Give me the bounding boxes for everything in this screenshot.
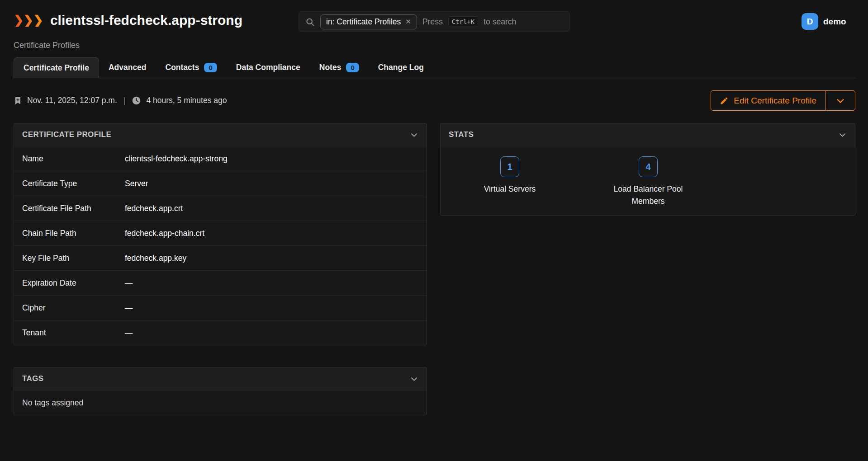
tab-label: Notes xyxy=(319,63,342,72)
certificate-profile-panel: CERTIFICATE PROFILE Name clientssl-fedch… xyxy=(14,123,427,345)
panel-title: STATS xyxy=(449,130,474,139)
tab-label: Contacts xyxy=(166,63,199,72)
search-filter-chip[interactable]: in: Certificate Profiles ✕ xyxy=(320,14,417,29)
ctrl-k-shortcut: Ctrl+K xyxy=(448,16,479,27)
collapse-toggle[interactable] xyxy=(410,375,418,383)
field-row-tenant: Tenant — xyxy=(14,320,427,345)
tab-label: Data Compliance xyxy=(236,63,300,72)
field-label: Certificate Type xyxy=(22,179,125,188)
field-value: fedcheck.app-chain.crt xyxy=(125,229,204,238)
field-label: Certificate File Path xyxy=(22,204,125,213)
user-menu[interactable]: D demo xyxy=(802,13,846,30)
tab-advanced[interactable]: Advanced xyxy=(99,57,156,78)
tab-data-compliance[interactable]: Data Compliance xyxy=(227,57,310,78)
collapse-toggle[interactable] xyxy=(410,131,418,139)
field-value: — xyxy=(125,278,133,288)
field-label: Name xyxy=(22,154,125,164)
last-updated-text: 4 hours, 5 minutes ago xyxy=(146,96,227,105)
virtual-servers-count[interactable]: 1 xyxy=(500,156,519,177)
page-title: clientssl-fedcheck.app-strong xyxy=(50,13,242,28)
field-value: — xyxy=(125,328,133,338)
field-row-certificate-type: Certificate Type Server xyxy=(14,171,427,196)
app-logo-icon[interactable]: ❯❯❯ xyxy=(14,14,43,27)
timestamps: Nov. 11, 2025, 12:07 p.m. | 4 hours, 5 m… xyxy=(14,95,227,106)
search-hint-press: Press xyxy=(422,17,443,27)
app-header: ❯❯❯ clientssl-fedcheck.app-strong xyxy=(14,13,242,28)
avatar[interactable]: D xyxy=(802,13,818,30)
edit-dropdown-toggle[interactable] xyxy=(825,90,855,111)
stat-load-balancer-pool-members: 4 Load Balancer Pool Members xyxy=(579,156,717,207)
edit-button-label: Edit Certificate Profile xyxy=(734,96,816,106)
field-label: Chain File Path xyxy=(22,229,125,238)
edit-certificate-profile-button[interactable]: Edit Certificate Profile xyxy=(711,90,825,111)
search-hint-suffix: to search xyxy=(484,17,516,27)
field-label: Cipher xyxy=(22,303,125,313)
clock-icon xyxy=(132,96,141,105)
chevron-down-icon xyxy=(410,131,418,139)
field-row-certificate-file-path: Certificate File Path fedcheck.app.crt xyxy=(14,196,427,221)
tags-empty-state: No tags assigned xyxy=(14,390,427,415)
field-row-name: Name clientssl-fedcheck.app-strong xyxy=(14,146,427,171)
load-balancer-pool-members-count[interactable]: 4 xyxy=(639,156,658,177)
field-label: Tenant xyxy=(22,328,125,338)
contacts-count-badge: 0 xyxy=(204,63,217,72)
chevron-down-icon xyxy=(835,96,845,106)
field-row-cipher: Cipher — xyxy=(14,295,427,320)
tab-certificate-profile[interactable]: Certificate Profile xyxy=(14,57,99,78)
chip-remove-icon[interactable]: ✕ xyxy=(405,18,411,26)
collapse-toggle[interactable] xyxy=(838,131,847,139)
tags-panel-header: TAGS xyxy=(14,367,427,390)
tags-panel: TAGS No tags assigned xyxy=(14,367,427,415)
search-icon xyxy=(305,17,315,27)
notes-count-badge: 0 xyxy=(346,63,359,72)
search-filter-label: in: Certificate Profiles xyxy=(326,17,401,27)
field-value: — xyxy=(125,303,133,313)
stat-virtual-servers: 1 Virtual Servers xyxy=(441,156,579,207)
field-label: Expiration Date xyxy=(22,278,125,288)
panel-title: CERTIFICATE PROFILE xyxy=(22,130,111,139)
stat-label: Virtual Servers xyxy=(484,183,536,195)
edit-button-group: Edit Certificate Profile xyxy=(711,90,855,111)
chevron-down-icon xyxy=(410,375,418,383)
stat-label: Load Balancer Pool Members xyxy=(602,183,695,207)
field-row-expiration-date: Expiration Date — xyxy=(14,270,427,295)
field-row-key-file-path: Key File Path fedcheck.app.key xyxy=(14,245,427,270)
field-value: fedcheck.app.crt xyxy=(125,204,183,213)
tab-label: Certificate Profile xyxy=(24,63,89,73)
stats-body: 1 Virtual Servers 4 Load Balancer Pool M… xyxy=(441,146,855,207)
meta-divider: | xyxy=(122,96,127,105)
bookmark-plus-icon xyxy=(14,95,22,106)
detail-tabs: Certificate Profile Advanced Contacts0 D… xyxy=(14,57,855,78)
field-label: Key File Path xyxy=(22,254,125,263)
tab-label: Change Log xyxy=(378,63,424,72)
panel-title: TAGS xyxy=(22,374,44,383)
field-value: clientssl-fedcheck.app-strong xyxy=(125,154,228,164)
field-row-chain-file-path: Chain File Path fedcheck.app-chain.crt xyxy=(14,221,427,245)
certificate-profile-panel-header: CERTIFICATE PROFILE xyxy=(14,123,427,146)
global-search[interactable]: in: Certificate Profiles ✕ Press Ctrl+K … xyxy=(299,11,570,32)
tab-notes[interactable]: Notes0 xyxy=(310,57,369,78)
tab-contacts[interactable]: Contacts0 xyxy=(156,57,227,78)
username: demo xyxy=(823,17,846,27)
tab-change-log[interactable]: Change Log xyxy=(369,57,433,78)
field-value: fedcheck.app.key xyxy=(125,254,186,263)
stats-panel: STATS 1 Virtual Servers 4 Load Balancer … xyxy=(440,123,855,216)
tab-label: Advanced xyxy=(109,63,147,72)
field-value: Server xyxy=(125,179,148,188)
created-timestamp: Nov. 11, 2025, 12:07 p.m. xyxy=(27,96,117,105)
breadcrumb[interactable]: Certificate Profiles xyxy=(14,41,80,50)
pencil-icon xyxy=(720,96,729,105)
chevron-down-icon xyxy=(838,131,847,139)
stats-panel-header: STATS xyxy=(441,123,855,146)
object-meta-row: Nov. 11, 2025, 12:07 p.m. | 4 hours, 5 m… xyxy=(14,90,855,111)
